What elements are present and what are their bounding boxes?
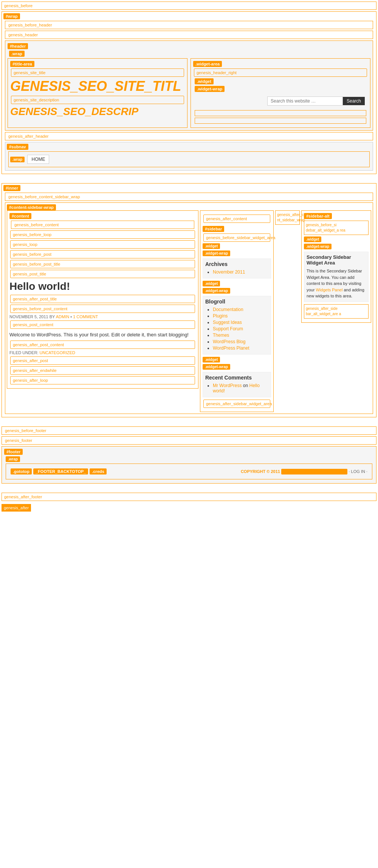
widget-area-header: .widget-area genesis_header_right .widge… bbox=[191, 58, 370, 128]
list-item: Themes bbox=[213, 333, 268, 338]
archives-november-link[interactable]: November 2011 bbox=[213, 269, 245, 275]
genesis-before-sidebar-widget-area-box: genesis_before_sidebar_widget_area bbox=[203, 233, 270, 242]
content-sidebar-inner: #content genesis_before_content genesis_… bbox=[7, 210, 274, 412]
genesis-site-description-box: genesis_site_description bbox=[11, 96, 184, 104]
genesis-before-post-title-box: genesis_before_post_title bbox=[10, 260, 195, 268]
list-item: WordPress Blog bbox=[213, 339, 268, 344]
post-meta: NOVEMBER 5, 2011 BY ADMIN • 1 COMMENT bbox=[9, 314, 196, 319]
inner-section: #inner genesis_before_content_sidebar_wr… bbox=[2, 183, 376, 417]
blogroll-themes-link[interactable]: Themes bbox=[213, 333, 229, 338]
genesis-after-content-sidebar-wrap: genesis_after_conte nt_sidebar_wrap bbox=[275, 210, 300, 225]
genesis-after: genesis_after bbox=[2, 504, 31, 512]
widget-wrap-secondary: .widget-wrap bbox=[304, 244, 369, 249]
post-comment-link[interactable]: 1 COMMENT bbox=[73, 314, 98, 319]
genesis-after-sidebar-alt-widget-area-box: genesis_after_side bar_alt_widget_are a bbox=[304, 304, 369, 319]
genesis-after-header: genesis_after_header bbox=[5, 132, 373, 140]
genesis-header: genesis_header bbox=[5, 31, 373, 39]
blogroll-title: Blogroll bbox=[205, 299, 268, 305]
genesis-after-content-box: genesis_after_content bbox=[203, 215, 270, 223]
post-content-text: Welcome to WordPress. This is your first… bbox=[9, 332, 196, 338]
creds-badge: .creds bbox=[90, 468, 106, 474]
subnav-badge: #subnav bbox=[7, 144, 28, 150]
list-item: Mr WordPress on Hello world! bbox=[213, 383, 268, 394]
inner-badge: #inner bbox=[3, 185, 20, 191]
search-form: Search bbox=[193, 93, 368, 109]
genesis-after-footer: genesis_after_footer bbox=[2, 493, 376, 501]
widget-wrap-badge-archives: .widget-wrap bbox=[203, 250, 230, 256]
filed-under-cat-link[interactable]: UNCATEGORIZED bbox=[39, 350, 75, 355]
genesis-seo-site-title: GENESIS_SEO_SITE_TITL bbox=[10, 78, 185, 94]
genesis-before-content-sidebar-wrap: genesis_before_content_sidebar_wrap bbox=[5, 193, 373, 201]
blogroll-plugins-link[interactable]: Plugins bbox=[213, 313, 228, 319]
genesis-post-content-box: genesis_post_content bbox=[10, 320, 195, 329]
widget-wrap-blogroll: .widget-wrap bbox=[203, 288, 271, 294]
genesis-site-title-box: genesis_site_title bbox=[11, 68, 184, 77]
genesis-before-header: genesis_before_header bbox=[5, 21, 373, 29]
wrap-section: #wrap genesis_before_header genesis_head… bbox=[2, 11, 376, 174]
sidebar-area: genesis_after_content #sidebar genesis_b… bbox=[200, 210, 274, 412]
list-item: Suggest Ideas bbox=[213, 320, 268, 325]
secondary-sidebar-widget: Secondary Sidebar Widget Area This is th… bbox=[304, 252, 369, 302]
header-section: #header .wrap #title-area genesis_site_t… bbox=[5, 40, 373, 131]
genesis-after-post-box: genesis_after_post bbox=[10, 356, 195, 365]
widget-wrap-badge-blogroll: .widget-wrap bbox=[203, 288, 230, 294]
footer-copyright: COPYRIGHT © 2011 GENESIS_FOOTER_CREDS_TE… bbox=[241, 469, 367, 474]
footer-left-badges: .gototop _FOOTER_BACKTOTOP_ .creds bbox=[11, 468, 107, 474]
blogroll-widget: Blogroll Documentation Plugins Suggest I… bbox=[203, 296, 271, 355]
title-area-badge: #title-area bbox=[10, 61, 34, 67]
widget-area-badge: .widget-area bbox=[193, 61, 222, 67]
archives-list: November 2011 bbox=[205, 269, 268, 275]
content-area: #content genesis_before_content genesis_… bbox=[7, 210, 198, 389]
genesis-loop-box: genesis_loop bbox=[10, 240, 195, 249]
search-button[interactable]: Search bbox=[343, 97, 365, 105]
widget-badge-blogroll: .widget bbox=[203, 281, 220, 286]
search-input[interactable] bbox=[267, 96, 343, 106]
archives-widget: Archives November 2011 bbox=[203, 258, 271, 278]
archives-title: Archives bbox=[205, 261, 268, 267]
subnav-wrap-badge: .wrap bbox=[10, 157, 25, 162]
widget-wrap-badge-recent: .widget-wrap bbox=[203, 364, 230, 370]
backtotop-badge: _FOOTER_BACKTOTOP_ bbox=[33, 468, 88, 474]
list-item: WordPress Planet bbox=[213, 345, 268, 351]
gotop-badge: .gototop bbox=[11, 468, 32, 474]
blogroll-documentation-link[interactable]: Documentation bbox=[213, 307, 243, 312]
content-sidebar-pair: #content genesis_before_content genesis_… bbox=[7, 210, 274, 412]
login-link[interactable]: · LOG IN · bbox=[349, 469, 367, 474]
genesis-before-label: genesis_before bbox=[2, 2, 376, 10]
genesis-before-sidebar-alt-widget-area-box: genesis_before_si debar_alt_widget_a rea bbox=[304, 221, 369, 235]
hello-world-heading: Hello world! bbox=[9, 280, 196, 292]
widget-wrap-archives: .widget-wrap bbox=[203, 250, 271, 256]
genesis-after-post-content-box: genesis_after_post_content bbox=[10, 341, 195, 349]
widget-badge-archives: .widget bbox=[203, 243, 220, 249]
blogroll-list: Documentation Plugins Suggest Ideas Supp… bbox=[205, 307, 268, 351]
filed-under: FILED UNDER: UNCATEGORIZED bbox=[9, 350, 196, 355]
genesis-header-right-box: genesis_header_right bbox=[194, 68, 367, 77]
content-sidebar-wrap: #content-sidebar-wrap #content genesis_b… bbox=[5, 202, 373, 414]
list-item: Support Forum bbox=[213, 326, 268, 331]
filed-under-label: FILED UNDER: bbox=[9, 350, 38, 355]
widget-blogroll: .widget bbox=[203, 281, 271, 286]
nav-home[interactable]: HOME bbox=[27, 155, 49, 164]
blogroll-wpplanet-link[interactable]: WordPress Planet bbox=[213, 345, 249, 351]
footer-inner: #footer .wrap .gototop _FOOTER_BACKTOTOP… bbox=[2, 446, 376, 484]
post-author-link[interactable]: ADMIN bbox=[56, 314, 69, 319]
header-badge: #header bbox=[8, 43, 28, 49]
widget-wrap-badge: .widget-wrap bbox=[195, 86, 225, 92]
blogroll-support-link[interactable]: Support Forum bbox=[213, 326, 243, 331]
widget-secondary: .widget bbox=[304, 236, 369, 242]
widget-archives: .widget bbox=[203, 243, 271, 249]
mr-wordpress-link[interactable]: Mr WordPress bbox=[213, 383, 242, 388]
secondary-sidebar-title: Secondary Sidebar Widget Area bbox=[307, 254, 366, 266]
genesis-before-content-box: genesis_before_content bbox=[11, 221, 194, 229]
genesis-post-title-box: genesis_post_title bbox=[10, 270, 195, 278]
content-sidebar-wrap-badge: #content-sidebar-wrap bbox=[7, 204, 56, 210]
recent-comments-title: Recent Comments bbox=[205, 375, 268, 381]
sidebar-alt-area: #sidebar-alt genesis_before_si debar_alt… bbox=[301, 210, 371, 323]
widgets-panel-link[interactable]: Widgets Panel bbox=[316, 288, 342, 292]
recent-comments-widget: Recent Comments Mr WordPress on Hello wo… bbox=[203, 372, 271, 397]
footer-badge: #footer bbox=[4, 449, 23, 455]
blogroll-wpblog-link[interactable]: WordPress Blog bbox=[213, 339, 245, 344]
secondary-sidebar-text: This is the Secondary Sidebar Widget Are… bbox=[307, 268, 366, 299]
blogroll-suggest-link[interactable]: Suggest Ideas bbox=[213, 320, 242, 325]
genesis-before-post-content-box: genesis_before_post_content bbox=[10, 305, 195, 313]
